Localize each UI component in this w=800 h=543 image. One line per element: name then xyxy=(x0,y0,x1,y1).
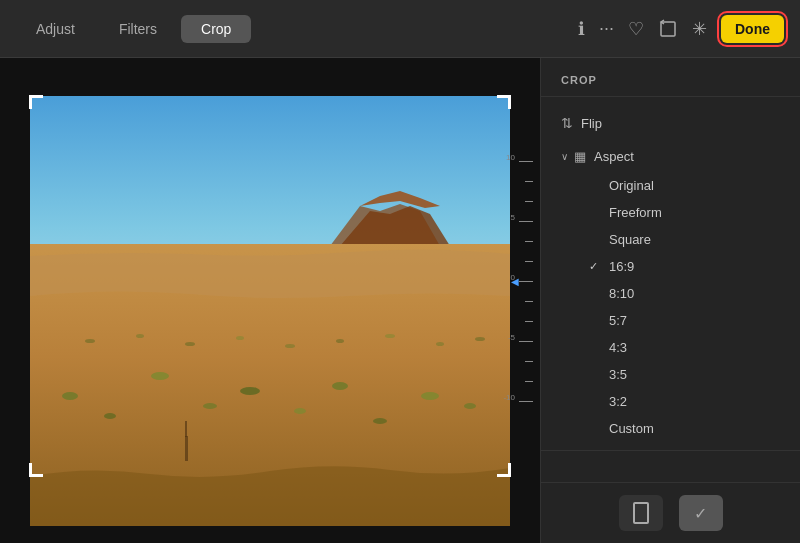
ruler-tick: -5 xyxy=(519,341,533,342)
ruler-tick xyxy=(525,261,533,262)
aspect-original-label: Original xyxy=(609,178,654,193)
svg-point-24 xyxy=(475,337,485,341)
main-content: 10 5 0 ◀ -5 xyxy=(0,58,800,543)
aspect-3-5-label: 3:5 xyxy=(609,367,627,382)
svg-point-8 xyxy=(151,372,169,380)
aspect-toggle[interactable]: ∨ ▦ Aspect xyxy=(541,141,800,172)
aspect-option-original[interactable]: Original xyxy=(541,172,800,199)
rotation-ruler[interactable]: 10 5 0 ◀ -5 xyxy=(510,58,540,543)
aspect-16-9-label: 16:9 xyxy=(609,259,634,274)
flip-label: Flip xyxy=(581,116,602,131)
crop-rotate-icon[interactable] xyxy=(658,19,678,39)
done-button[interactable]: Done xyxy=(721,15,784,43)
svg-rect-26 xyxy=(185,421,187,437)
portrait-icon xyxy=(633,502,649,524)
aspect-3-2-label: 3:2 xyxy=(609,394,627,409)
right-panel: CROP ⇅ Flip ∨ ▦ Aspect Original xyxy=(540,58,800,543)
ruler-label-5: 5 xyxy=(511,212,515,221)
svg-point-20 xyxy=(285,344,295,348)
confirm-button[interactable]: ✓ xyxy=(679,495,723,531)
flip-icon: ⇅ xyxy=(561,115,573,131)
svg-point-23 xyxy=(436,342,444,346)
aspect-option-8-10[interactable]: 8:10 xyxy=(541,280,800,307)
svg-point-7 xyxy=(104,413,116,419)
svg-point-14 xyxy=(421,392,439,400)
svg-point-16 xyxy=(85,339,95,343)
ruler-tick-zero: 0 ◀ xyxy=(519,281,533,282)
ruler-label-n10: -10 xyxy=(503,392,515,401)
toolbar-actions: ℹ ··· ♡ ✳ Done xyxy=(578,15,784,43)
heart-icon[interactable]: ♡ xyxy=(628,18,644,40)
svg-rect-25 xyxy=(185,436,188,461)
ruler-tick xyxy=(525,181,533,182)
aspect-option-custom[interactable]: Custom xyxy=(541,415,800,442)
aspect-5-7-label: 5:7 xyxy=(609,313,627,328)
aspect-label-text: Aspect xyxy=(594,149,634,164)
svg-point-9 xyxy=(203,403,217,409)
crop-corner-br[interactable] xyxy=(497,463,511,477)
svg-point-22 xyxy=(385,334,395,338)
more-icon[interactable]: ··· xyxy=(599,18,614,39)
image-area[interactable]: 10 5 0 ◀ -5 xyxy=(0,58,540,543)
crop-corner-tr[interactable] xyxy=(497,95,511,109)
toolbar: Adjust Filters Crop ℹ ··· ♡ ✳ Done xyxy=(0,0,800,58)
ruler-tick: -10 xyxy=(519,401,533,402)
aspect-option-square[interactable]: Square xyxy=(541,226,800,253)
ruler-tick xyxy=(525,361,533,362)
aspect-option-16-9[interactable]: ✓ 16:9 xyxy=(541,253,800,280)
aspect-option-3-2[interactable]: 3:2 xyxy=(541,388,800,415)
ruler-tick: 5 xyxy=(519,221,533,222)
portrait-button[interactable] xyxy=(619,495,663,531)
aspect-option-freeform[interactable]: Freeform xyxy=(541,199,800,226)
tab-adjust[interactable]: Adjust xyxy=(16,15,95,43)
ruler-arrow: ◀ xyxy=(511,276,519,287)
aspect-8-10-label: 8:10 xyxy=(609,286,634,301)
ruler-tick: 10 xyxy=(519,161,533,162)
ruler-label-10: 10 xyxy=(506,152,515,161)
desert-image xyxy=(30,96,510,526)
crop-corner-tl[interactable] xyxy=(29,95,43,109)
image-canvas xyxy=(30,96,510,526)
svg-point-18 xyxy=(185,342,195,346)
tab-group: Adjust Filters Crop xyxy=(16,15,251,43)
panel-content: ⇅ Flip ∨ ▦ Aspect Original Freeform xyxy=(541,97,800,482)
aspect-4-3-label: 4:3 xyxy=(609,340,627,355)
aspect-custom-label: Custom xyxy=(609,421,654,436)
ruler-scale: 10 5 0 ◀ -5 xyxy=(513,151,537,451)
aspect-option-4-3[interactable]: 4:3 xyxy=(541,334,800,361)
chevron-icon: ∨ xyxy=(561,151,568,162)
info-icon[interactable]: ℹ xyxy=(578,18,585,40)
tab-crop[interactable]: Crop xyxy=(181,15,251,43)
svg-point-19 xyxy=(236,336,244,340)
aspect-freeform-label: Freeform xyxy=(609,205,662,220)
svg-point-12 xyxy=(332,382,348,390)
svg-point-13 xyxy=(373,418,387,424)
tab-filters[interactable]: Filters xyxy=(99,15,177,43)
checkmark-icon: ✓ xyxy=(694,504,707,523)
svg-point-11 xyxy=(294,408,306,414)
ruler-tick xyxy=(525,201,533,202)
ruler-tick xyxy=(525,301,533,302)
panel-header: CROP xyxy=(541,58,800,97)
svg-point-17 xyxy=(136,334,144,338)
flip-item[interactable]: ⇅ Flip xyxy=(541,107,800,139)
svg-point-10 xyxy=(240,387,260,395)
aspect-option-3-5[interactable]: 3:5 xyxy=(541,361,800,388)
ruler-label-n5: -5 xyxy=(508,332,515,341)
check-16-9: ✓ xyxy=(589,260,609,273)
aspect-icon: ▦ xyxy=(574,149,586,164)
sparkle-icon[interactable]: ✳ xyxy=(692,18,707,40)
svg-point-21 xyxy=(336,339,344,343)
crop-corner-bl[interactable] xyxy=(29,463,43,477)
panel-divider xyxy=(541,450,800,451)
svg-point-15 xyxy=(464,403,476,409)
ruler-tick xyxy=(525,321,533,322)
aspect-section: ∨ ▦ Aspect Original Freeform Square xyxy=(541,141,800,442)
ruler-tick xyxy=(525,381,533,382)
svg-point-6 xyxy=(62,392,78,400)
aspect-option-5-7[interactable]: 5:7 xyxy=(541,307,800,334)
aspect-square-label: Square xyxy=(609,232,651,247)
panel-footer: ✓ xyxy=(541,482,800,543)
ruler-tick xyxy=(525,241,533,242)
